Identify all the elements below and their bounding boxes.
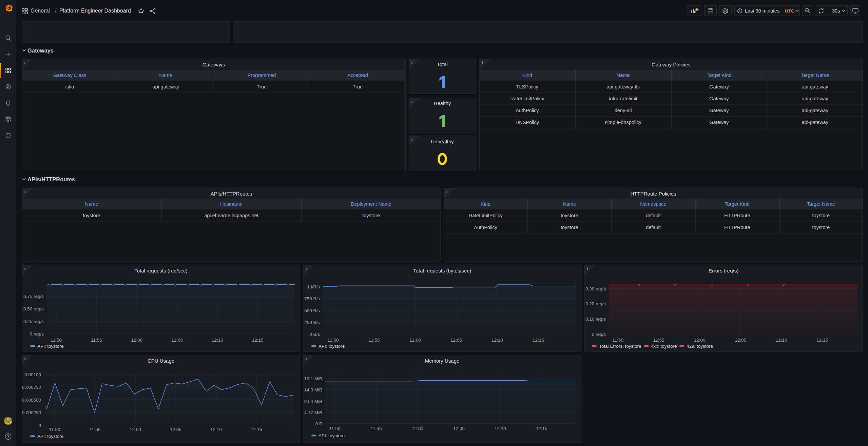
- svg-text:i: i: [446, 189, 447, 194]
- svg-text:0.75 req/s: 0.75 req/s: [23, 294, 44, 299]
- svg-text:11:55: 11:55: [653, 338, 664, 343]
- svg-text:0.20 req/s: 0.20 req/s: [585, 301, 606, 306]
- svg-text:12:15: 12:15: [536, 426, 547, 431]
- svg-text:i: i: [24, 189, 25, 194]
- svg-text:12:05: 12:05: [453, 426, 465, 431]
- svg-text:12:00: 12:00: [409, 338, 421, 343]
- svg-text:API: toystore: API: toystore: [37, 344, 63, 349]
- svg-text:11:55: 11:55: [91, 338, 102, 343]
- svg-text:12:00: 12:00: [412, 426, 423, 431]
- svg-text:12:00: 12:00: [130, 427, 141, 432]
- svg-text:0.50 req/s: 0.50 req/s: [23, 306, 44, 311]
- svg-text:9.54 MiB: 9.54 MiB: [304, 399, 322, 404]
- svg-text:12:05: 12:05: [170, 427, 181, 432]
- svg-text:API: toystore: API: toystore: [319, 433, 345, 438]
- svg-text:0.00100: 0.00100: [24, 372, 41, 377]
- svg-text:4.77 MiB: 4.77 MiB: [304, 410, 322, 415]
- svg-text:12:10: 12:10: [776, 338, 787, 343]
- svg-text:12:00: 12:00: [694, 338, 706, 343]
- svg-text:12:00: 12:00: [131, 338, 142, 343]
- svg-text:0.000250: 0.000250: [22, 410, 41, 415]
- svg-text:12:05: 12:05: [171, 338, 183, 343]
- svg-text:14.3 MiB: 14.3 MiB: [304, 387, 322, 392]
- svg-text:API: toystore: API: toystore: [37, 434, 63, 439]
- svg-text:12:15: 12:15: [816, 338, 828, 343]
- svg-text:0.30 req/s: 0.30 req/s: [585, 286, 606, 291]
- svg-text:12:05: 12:05: [450, 338, 462, 343]
- svg-text:12:15: 12:15: [251, 427, 262, 432]
- svg-text:11:55: 11:55: [371, 426, 382, 431]
- svg-text:API: toystore: API: toystore: [319, 344, 345, 349]
- svg-text:Total Errors: toystore: Total Errors: toystore: [599, 344, 641, 349]
- svg-text:0 req/s: 0 req/s: [592, 332, 606, 337]
- svg-text:12:15: 12:15: [533, 338, 544, 343]
- svg-text:0.10 req/s: 0.10 req/s: [585, 317, 606, 322]
- svg-text:i: i: [482, 60, 483, 65]
- svg-text:12:10: 12:10: [491, 338, 503, 343]
- svg-text:1 kB/s: 1 kB/s: [307, 284, 320, 289]
- svg-text:11:50: 11:50: [51, 338, 62, 343]
- svg-text:11:50: 11:50: [328, 338, 339, 343]
- svg-text:11:50: 11:50: [612, 338, 623, 343]
- svg-text:429: toystore: 429: toystore: [687, 344, 713, 349]
- svg-text:0 B: 0 B: [315, 421, 322, 426]
- svg-text:0: 0: [38, 423, 41, 428]
- svg-text:12:10: 12:10: [212, 338, 223, 343]
- svg-text:0.000750: 0.000750: [22, 385, 41, 390]
- svg-text:750 B/s: 750 B/s: [304, 296, 320, 301]
- svg-text:0.25 req/s: 0.25 req/s: [23, 319, 44, 324]
- svg-text:12:10: 12:10: [210, 427, 222, 432]
- svg-text:4xx: toystore: 4xx: toystore: [651, 344, 677, 349]
- svg-text:500 B/s: 500 B/s: [304, 308, 320, 313]
- svg-text:11:50: 11:50: [329, 426, 341, 431]
- svg-text:0 req/s: 0 req/s: [30, 331, 44, 337]
- svg-text:0.000500: 0.000500: [22, 398, 41, 403]
- svg-text:0 B/s: 0 B/s: [309, 332, 320, 337]
- svg-text:12:15: 12:15: [252, 338, 264, 343]
- svg-text:19.1 MiB: 19.1 MiB: [304, 376, 322, 381]
- svg-text:12:10: 12:10: [495, 426, 506, 431]
- svg-text:11:55: 11:55: [369, 338, 380, 343]
- svg-text:11:50: 11:50: [49, 427, 60, 432]
- svg-text:11:55: 11:55: [90, 427, 101, 432]
- svg-text:250 B/s: 250 B/s: [304, 320, 320, 325]
- svg-text:12:05: 12:05: [735, 338, 746, 343]
